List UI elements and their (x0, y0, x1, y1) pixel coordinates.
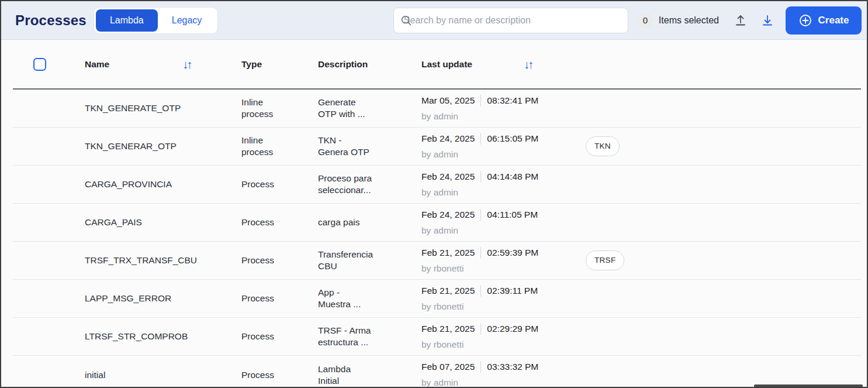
update-time: 04:11:05 PM (487, 209, 538, 221)
process-description: TRSF - Arma estructura ... (318, 325, 421, 348)
select-all-checkbox[interactable] (33, 58, 46, 71)
toggle-lambda[interactable]: Lambda (96, 9, 158, 32)
selected-items-label: Items selected (659, 15, 719, 26)
process-name: LTRSF_STR_COMPROB (85, 331, 241, 342)
update-date: Feb 21, 2025 (421, 247, 475, 259)
update-date: Feb 24, 2025 (421, 209, 475, 221)
last-update-column-label: Last update (421, 59, 472, 70)
process-description: Generate OTP with ... (318, 97, 421, 120)
selected-count-badge: 0 (638, 13, 653, 28)
last-update-cell: Feb 21, 2025 02:29:29 PM by rbonetti (421, 323, 586, 351)
download-icon (760, 13, 774, 28)
last-update-cell: Mar 05, 2025 08:32:41 PM by admin (421, 95, 586, 122)
process-type: Process (241, 178, 318, 190)
process-table: Name ↓↑ Type Description Last update ↓↑ … (13, 40, 861, 388)
tags-cell: TKN (586, 136, 861, 156)
update-date: Feb 21, 2025 (421, 323, 475, 335)
name-column-label: Name (85, 59, 109, 70)
cutoff-element (754, 384, 863, 387)
process-description: TKN - Genera OTP (318, 135, 421, 158)
date-time-divider (480, 361, 481, 373)
update-time: 02:39:11 PM (487, 285, 538, 297)
tag-badge: TKN (586, 136, 620, 156)
plus-circle-icon (798, 13, 812, 28)
updated-by: by admin (421, 377, 586, 388)
sort-name-icon[interactable]: ↓↑ (182, 59, 192, 70)
last-update-cell: Feb 24, 2025 06:15:05 PM by admin (421, 133, 586, 160)
last-update-cell: Feb 07, 2025 03:33:32 PM by admin (421, 361, 586, 388)
upload-button[interactable] (733, 13, 748, 28)
process-type: Process (241, 217, 318, 228)
download-button[interactable] (760, 13, 775, 28)
update-time: 06:15:05 PM (487, 133, 538, 145)
process-description: App - Muestra ... (318, 287, 421, 310)
updated-by: by rbonetti (421, 339, 586, 351)
tag-badge: TRSF (586, 250, 624, 270)
table-body: TKN_GENERATE_OTP Inline process Generate… (13, 90, 861, 388)
process-name: TKN_GENERAR_OTP (85, 140, 241, 152)
date-time-divider (480, 209, 481, 221)
update-date: Feb 21, 2025 (421, 285, 475, 297)
column-header-name: Name ↓↑ (85, 59, 241, 70)
selection-cluster: 0 Items selected Create (638, 6, 862, 35)
updated-by: by rbonetti (421, 301, 586, 313)
updated-by: by rbonetti (421, 263, 586, 274)
table-header-row: Name ↓↑ Type Description Last update ↓↑ (13, 40, 861, 90)
update-date: Feb 24, 2025 (421, 171, 475, 183)
page-title: Processes (15, 12, 87, 29)
update-time: 08:32:41 PM (487, 95, 538, 107)
table-row[interactable]: TRSF_TRX_TRANSF_CBU Process Transferenci… (13, 242, 861, 280)
process-type: Process (241, 293, 318, 304)
date-time-divider (480, 247, 481, 259)
process-name: initial (85, 369, 241, 381)
process-type: Process (241, 255, 318, 266)
updated-by: by admin (421, 111, 586, 122)
table-row[interactable]: TKN_GENERATE_OTP Inline process Generate… (13, 90, 861, 128)
update-time: 02:59:39 PM (487, 247, 538, 259)
search-container (393, 8, 628, 33)
last-update-cell: Feb 21, 2025 02:39:11 PM by rbonetti (421, 285, 586, 313)
process-description: Proceso para seleccionar... (318, 173, 421, 196)
sort-last-update-icon[interactable]: ↓↑ (524, 59, 534, 70)
last-update-cell: Feb 24, 2025 04:14:48 PM by admin (421, 171, 586, 198)
update-time: 04:14:48 PM (487, 171, 538, 183)
table-row[interactable]: CARGA_PROVINCIA Process Proceso para sel… (13, 166, 861, 204)
updated-by: by admin (421, 187, 586, 198)
process-type: Inline process (241, 97, 318, 120)
last-update-cell: Feb 21, 2025 02:59:39 PM by rbonetti (421, 247, 586, 274)
process-name: CARGA_PAIS (85, 217, 241, 228)
process-type: Process (241, 369, 318, 381)
upload-icon (734, 13, 748, 28)
toggle-legacy[interactable]: Legacy (158, 9, 216, 32)
last-update-cell: Feb 24, 2025 04:11:05 PM by admin (421, 209, 586, 236)
create-button[interactable]: Create (786, 6, 862, 35)
search-input[interactable] (393, 8, 628, 33)
header-checkbox-cell (13, 58, 85, 71)
table-row[interactable]: LAPP_MSG_ERROR Process App - Muestra ...… (13, 280, 861, 318)
table-row[interactable]: initial Process Lambda Initial Feb 07, 2… (13, 356, 861, 388)
date-time-divider (480, 133, 481, 145)
process-type-toggle: Lambda Legacy (94, 7, 218, 34)
updated-by: by admin (421, 149, 586, 160)
update-date: Feb 24, 2025 (421, 133, 475, 145)
table-row[interactable]: LTRSF_STR_COMPROB Process TRSF - Arma es… (13, 318, 861, 356)
header-bar: Processes Lambda Legacy 0 Items selected (1, 1, 867, 40)
column-header-description: Description (318, 59, 421, 70)
process-name: TRSF_TRX_TRANSF_CBU (85, 255, 241, 266)
date-time-divider (480, 323, 481, 335)
date-time-divider (480, 285, 481, 297)
tags-cell: TRSF (586, 250, 861, 270)
column-header-last-update: Last update ↓↑ (421, 59, 586, 70)
process-name: CARGA_PROVINCIA (85, 178, 241, 190)
process-type: Process (241, 331, 318, 342)
table-row[interactable]: CARGA_PAIS Process carga pais Feb 24, 20… (13, 204, 861, 242)
table-row[interactable]: TKN_GENERAR_OTP Inline process TKN - Gen… (13, 128, 861, 166)
process-type: Inline process (241, 135, 318, 158)
column-header-type: Type (241, 59, 318, 70)
updated-by: by admin (421, 225, 586, 236)
update-date: Feb 07, 2025 (421, 361, 475, 373)
date-time-divider (480, 95, 481, 107)
date-time-divider (480, 171, 481, 183)
process-description: Lambda Initial (318, 363, 421, 387)
process-description: carga pais (318, 217, 421, 228)
